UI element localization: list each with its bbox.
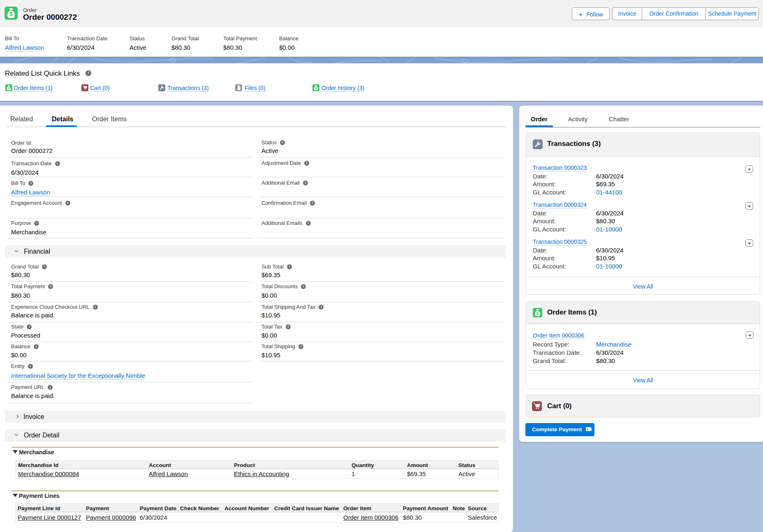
svg-text:$: $ xyxy=(9,11,13,17)
svg-text:$: $ xyxy=(536,311,539,316)
